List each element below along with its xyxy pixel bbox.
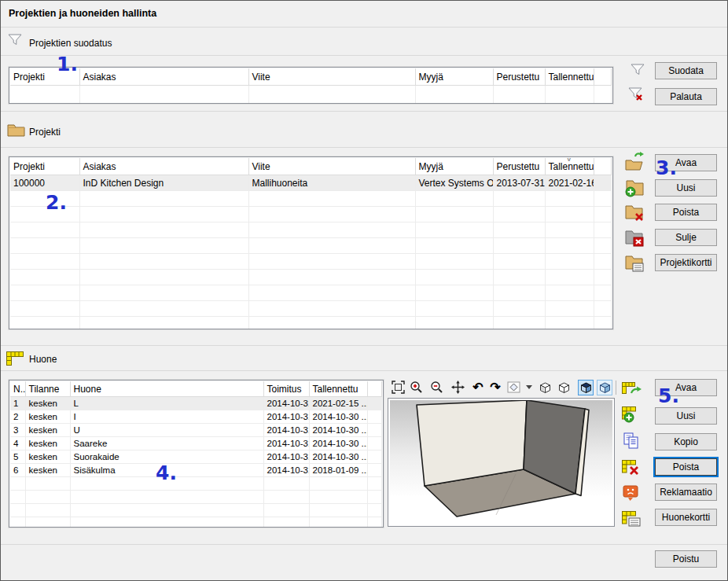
dialog-window: Projektien ja huoneiden hallinta Projekt…	[0, 0, 728, 581]
table-row[interactable]: 3keskenU2014-10-312014-10-30 ...	[10, 424, 382, 437]
column-header[interactable]: Projekti	[10, 158, 79, 175]
view-mode-shaded-icon[interactable]	[578, 380, 594, 395]
column-header[interactable]: N..	[10, 381, 25, 397]
table-row[interactable]: 4keskenSaareke2014-10-312014-10-30 ...	[10, 437, 382, 450]
view-mode-hidden-line-icon[interactable]	[556, 380, 572, 395]
annotation-5: 5.	[658, 386, 679, 406]
table-cell: 2021-02-15 ...	[309, 397, 367, 410]
table-cell: kesken	[25, 424, 70, 437]
room-section-ruler-icon	[6, 351, 24, 368]
room-card-icon[interactable]	[622, 510, 642, 530]
open-project-folder-icon[interactable]	[624, 152, 645, 174]
column-header-filler	[594, 68, 612, 86]
empty-row	[10, 301, 612, 317]
table-row[interactable]: 2keskenI2014-10-312014-10-30 ...	[10, 410, 382, 424]
room-3d-preview[interactable]	[388, 398, 615, 527]
column-header[interactable]: Tallennettuv	[545, 158, 594, 175]
poista-room-button[interactable]: Poista	[655, 458, 717, 476]
column-header[interactable]: Perustettu	[493, 68, 545, 86]
uusi-project-button[interactable]: Uusi	[655, 179, 717, 197]
table-cell: kesken	[25, 464, 70, 477]
column-header[interactable]: Viite	[248, 68, 415, 86]
close-project-folder-icon[interactable]	[624, 229, 645, 251]
divider	[1, 345, 728, 346]
column-header[interactable]: Asiakas	[79, 158, 248, 175]
table-row[interactable]: 5keskenSuorakaide2014-10-312014-10-30 ..…	[10, 450, 382, 464]
kopio-room-button[interactable]: Kopio	[655, 433, 717, 450]
column-header-filler	[367, 381, 382, 397]
divider	[1, 544, 728, 545]
palauta-funnel-x-icon[interactable]	[628, 87, 645, 104]
zoom-out-icon[interactable]	[429, 381, 443, 395]
empty-row	[10, 238, 612, 254]
table-cell	[367, 397, 382, 410]
view-mode-wireframe-icon[interactable]	[537, 380, 553, 395]
column-header[interactable]: Tallennettu	[545, 68, 594, 86]
complaint-icon[interactable]	[623, 485, 640, 505]
table-cell: InD Kitchen Design	[79, 175, 248, 191]
delete-project-folder-x-icon[interactable]	[624, 204, 645, 226]
column-header[interactable]: Myyjä	[415, 68, 493, 86]
column-header[interactable]: Viite	[248, 158, 415, 175]
divider	[1, 27, 728, 28]
table-cell: U	[70, 424, 263, 437]
uusi-room-button[interactable]: Uusi	[655, 407, 717, 425]
filter-table: ProjektiAsiakasViiteMyyjäPerustettuTalle…	[9, 67, 613, 104]
preview-toolbar: ↶ ↷	[388, 379, 617, 397]
table-cell: 6	[10, 464, 25, 477]
new-project-folder-plus-icon[interactable]	[624, 178, 645, 200]
column-header[interactable]: Huone	[70, 381, 263, 397]
zoom-in-icon[interactable]	[409, 381, 423, 395]
huonekortti-button[interactable]: Huonekortti	[655, 509, 717, 526]
table-cell	[367, 437, 382, 450]
poistu-button[interactable]: Poistu	[655, 550, 717, 568]
table-cell: 2018-01-09 ...	[309, 464, 367, 477]
divider	[1, 111, 728, 112]
column-header[interactable]: Perustettu	[493, 158, 545, 175]
table-cell	[367, 424, 382, 437]
rotate-right-icon[interactable]: ↷	[488, 381, 502, 395]
column-header[interactable]: Tallennettu	[309, 381, 367, 397]
view-options-icon[interactable]	[507, 381, 521, 395]
palauta-button[interactable]: Palauta	[655, 88, 717, 105]
table-cell: 5	[10, 450, 25, 464]
rotate-left-icon[interactable]: ↶	[471, 381, 485, 395]
empty-row	[10, 191, 612, 207]
room-table: N..TilanneHuoneToimitusTallennettu1keske…	[9, 380, 384, 528]
empty-row	[10, 207, 612, 222]
dropdown-caret-icon[interactable]	[526, 385, 532, 389]
column-header[interactable]: Tilanne	[25, 381, 70, 397]
table-cell: kesken	[25, 410, 70, 424]
pan-icon[interactable]	[450, 381, 465, 395]
open-room-icon[interactable]	[622, 381, 642, 400]
sulje-project-button[interactable]: Sulje	[655, 229, 717, 246]
column-header[interactable]: Asiakas	[79, 68, 248, 86]
divider	[1, 55, 728, 56]
table-cell: 2	[10, 410, 25, 424]
table-cell	[367, 410, 382, 424]
projektikortti-button[interactable]: Projektikortti	[655, 254, 717, 271]
table-row[interactable]: 1keskenL2014-10-312021-02-15 ...	[10, 397, 382, 410]
delete-room-icon[interactable]	[622, 459, 642, 479]
column-header[interactable]: Toimitus	[263, 381, 309, 397]
copy-room-icon[interactable]	[623, 432, 640, 452]
project-card-folder-icon[interactable]	[624, 254, 645, 276]
column-header[interactable]: Myyjä	[415, 158, 493, 175]
table-row[interactable]: 6keskenSisäkulma2014-10-312018-01-09 ...	[10, 464, 382, 477]
empty-row	[10, 517, 382, 528]
table-cell: 2014-10-31	[263, 464, 309, 477]
table-cell: kesken	[25, 397, 70, 410]
fit-view-icon[interactable]	[391, 381, 405, 395]
suodata-funnel-icon[interactable]	[631, 64, 645, 79]
empty-row	[10, 491, 382, 504]
new-room-icon[interactable]	[622, 405, 642, 426]
reklamaatio-button[interactable]: Reklamaatio	[655, 484, 717, 501]
view-mode-rendered-icon[interactable]	[597, 380, 612, 395]
suodata-button[interactable]: Suodata	[655, 62, 717, 79]
table-cell: 100000	[10, 175, 79, 191]
poista-project-button[interactable]: Poista	[655, 204, 717, 221]
table-cell: 2014-10-31	[263, 397, 309, 410]
table-row[interactable]: 100000InD Kitchen DesignMallihuoneitaVer…	[10, 175, 612, 191]
divider	[1, 147, 728, 148]
table-cell: Saareke	[70, 437, 263, 450]
